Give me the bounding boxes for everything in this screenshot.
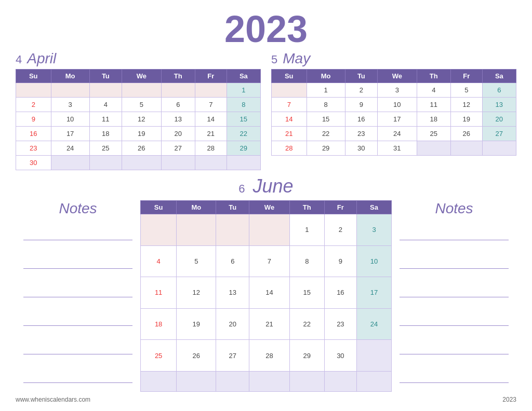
table-row: 7 <box>249 245 290 277</box>
table-row: 7 <box>272 98 307 112</box>
table-row: 18 <box>417 112 450 127</box>
may-col-we: We <box>377 70 417 83</box>
table-row <box>324 371 356 391</box>
may-col-fr: Fr <box>450 70 482 83</box>
june-header-row: 6 June <box>16 175 516 197</box>
may-calendar: 5 May Su Mo Tu We Th Fr Sa 1234567891 <box>271 50 516 170</box>
table-row: 9 <box>324 245 356 277</box>
note-line <box>400 287 509 297</box>
table-row: 17 <box>357 277 392 309</box>
table-row <box>227 156 260 170</box>
june-col-we: We <box>249 201 290 214</box>
notes-left-lines <box>23 221 132 392</box>
table-row <box>195 83 227 98</box>
notes-right-lines <box>400 221 509 392</box>
note-line <box>23 258 132 269</box>
table-row: 27 <box>482 127 516 141</box>
table-row: 28 <box>249 340 290 372</box>
page: 2023 4 April Su Mo Tu We Th Fr Sa <box>0 0 532 411</box>
table-row: 6 <box>161 98 195 112</box>
april-col-mo: Mo <box>51 70 89 83</box>
year-header: 2023 <box>16 10 516 48</box>
table-row: 16 <box>324 277 356 309</box>
table-row: 4 <box>417 83 450 98</box>
notes-left: Notes <box>16 200 140 392</box>
june-calendar: Su Mo Tu We Th Fr Sa 1234567891011121314… <box>140 200 392 392</box>
table-row: 2 <box>345 83 377 98</box>
table-row: 19 <box>450 112 482 127</box>
table-row: 21 <box>195 127 227 141</box>
june-name: June <box>253 175 294 197</box>
table-row <box>161 156 195 170</box>
table-row <box>417 141 450 156</box>
footer: www.wheniscalendars.com 2023 <box>16 396 516 403</box>
table-row <box>216 371 249 391</box>
table-row: 16 <box>16 127 51 141</box>
table-row: 1 <box>289 214 324 246</box>
april-table: Su Mo Tu We Th Fr Sa 1234567891011121314… <box>16 69 261 170</box>
table-row <box>482 141 516 156</box>
april-calendar: 4 April Su Mo Tu We Th Fr Sa 12345678 <box>16 50 261 170</box>
table-row: 4 <box>89 98 122 112</box>
table-row <box>16 83 51 98</box>
table-row: 20 <box>161 127 195 141</box>
table-row: 2 <box>16 98 51 112</box>
table-row: 26 <box>122 141 161 156</box>
table-row: 7 <box>195 98 227 112</box>
table-row: 11 <box>89 112 122 127</box>
note-line <box>400 344 509 354</box>
table-row: 5 <box>122 98 161 112</box>
table-row <box>122 83 161 98</box>
table-row: 8 <box>289 245 324 277</box>
notes-left-label: Notes <box>23 200 132 217</box>
table-row <box>195 156 227 170</box>
may-header: 5 May <box>271 50 516 67</box>
table-row: 17 <box>51 127 89 141</box>
table-row: 29 <box>227 141 260 156</box>
table-row: 21 <box>249 308 290 340</box>
table-row <box>51 83 89 98</box>
table-row: 8 <box>227 98 260 112</box>
note-line <box>23 373 132 383</box>
table-row <box>161 83 195 98</box>
april-col-sa: Sa <box>227 70 260 83</box>
footer-year: 2023 <box>502 396 516 403</box>
table-row: 18 <box>89 127 122 141</box>
table-row: 23 <box>16 141 51 156</box>
may-col-sa: Sa <box>482 70 516 83</box>
june-number: 6 <box>238 182 245 196</box>
table-row: 14 <box>195 112 227 127</box>
april-header: 4 April <box>16 50 261 67</box>
table-row: 20 <box>216 308 249 340</box>
june-col-su: Su <box>141 201 177 214</box>
table-row: 12 <box>177 277 216 309</box>
table-row: 27 <box>216 340 249 372</box>
table-row <box>249 214 290 246</box>
may-name: May <box>283 50 310 67</box>
table-row <box>177 371 216 391</box>
note-line <box>400 373 509 383</box>
table-row: 2 <box>324 214 356 246</box>
table-row <box>177 214 216 246</box>
june-col-fr: Fr <box>324 201 356 214</box>
table-row <box>289 371 324 391</box>
table-row: 29 <box>307 141 345 156</box>
may-number: 5 <box>271 53 277 66</box>
note-line <box>23 287 132 297</box>
april-col-th: Th <box>161 70 195 83</box>
note-line <box>400 316 509 326</box>
april-col-fr: Fr <box>195 70 227 83</box>
table-row: 11 <box>141 277 177 309</box>
table-row <box>141 371 177 391</box>
table-row: 8 <box>307 98 345 112</box>
table-row: 28 <box>272 141 307 156</box>
table-row <box>450 141 482 156</box>
table-row: 6 <box>216 245 249 277</box>
table-row: 12 <box>450 98 482 112</box>
table-row: 17 <box>377 112 417 127</box>
table-row: 13 <box>216 277 249 309</box>
table-row: 16 <box>345 112 377 127</box>
april-col-we: We <box>122 70 161 83</box>
june-col-mo: Mo <box>177 201 216 214</box>
april-number: 4 <box>16 53 22 66</box>
